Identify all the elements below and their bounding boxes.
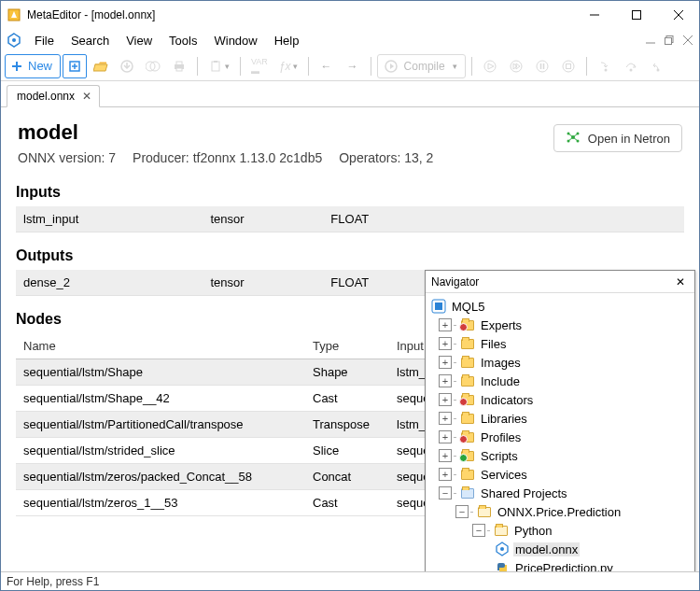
save-all-button[interactable] <box>141 54 165 78</box>
expand-icon[interactable]: + <box>439 374 452 387</box>
expand-icon[interactable]: + <box>439 337 452 350</box>
step-out-icon <box>650 59 665 74</box>
expand-icon[interactable]: + <box>439 430 452 443</box>
open-in-netron-button[interactable]: Open in Netron <box>553 124 682 152</box>
mql5-icon <box>431 299 446 314</box>
nav-back-button[interactable]: ← <box>315 54 339 78</box>
inputs-table: lstm_inputtensorFLOAT <box>16 206 684 232</box>
svg-rect-38 <box>566 63 570 68</box>
debug-start-button[interactable] <box>478 54 502 78</box>
tree-project[interactable]: − ONNX.Price.Prediction <box>427 502 693 521</box>
tree-folder[interactable]: +Scripts <box>427 446 693 465</box>
folder-icon <box>460 317 475 332</box>
expand-icon[interactable]: + <box>439 393 452 406</box>
step-out-button[interactable] <box>645 54 669 78</box>
menu-tools[interactable]: Tools <box>161 32 205 49</box>
tree-folder[interactable]: +Include <box>427 372 693 390</box>
mdi-close-icon[interactable] <box>679 32 696 49</box>
table-row[interactable]: lstm_inputtensorFLOAT <box>16 206 684 232</box>
compile-button[interactable]: Compile ▾ <box>377 54 466 78</box>
collapse-icon[interactable]: − <box>455 505 469 518</box>
tree-python-folder[interactable]: − Python <box>427 521 693 540</box>
step-over-icon <box>623 59 638 74</box>
chevron-down-icon: ▾ <box>293 62 298 71</box>
svg-line-49 <box>568 137 573 141</box>
save-button[interactable] <box>115 54 139 78</box>
svg-point-54 <box>500 547 504 551</box>
new-button[interactable]: New <box>5 54 61 78</box>
tree-folder[interactable]: +Profiles <box>427 428 693 446</box>
print-button[interactable] <box>167 54 191 78</box>
folder-icon <box>460 448 475 463</box>
open-button[interactable] <box>89 54 113 78</box>
navigator-titlebar[interactable]: Navigator ✕ <box>426 271 694 293</box>
navigator-close-icon[interactable]: ✕ <box>672 274 689 290</box>
folder-icon <box>460 355 475 370</box>
inputs-heading: Inputs <box>16 184 684 201</box>
new-project-button[interactable] <box>63 54 87 78</box>
tree-folder[interactable]: +Files <box>427 334 693 353</box>
maximize-button[interactable] <box>615 1 657 29</box>
collapse-icon[interactable]: − <box>472 524 485 537</box>
expand-icon[interactable]: + <box>439 356 452 369</box>
expand-icon[interactable]: + <box>439 318 452 331</box>
netron-icon <box>566 130 581 148</box>
navigator-panel[interactable]: Navigator ✕ MQL5 +Experts+Files+Images+I… <box>425 270 695 571</box>
section-inputs: Inputs lstm_inputtensorFLOAT <box>1 173 699 236</box>
menu-search[interactable]: Search <box>63 32 118 49</box>
tree-file[interactable]: PricePrediction.py <box>427 558 693 571</box>
tab-label: model.onnx <box>17 90 75 103</box>
mdi-minimize-icon[interactable] <box>642 32 659 49</box>
debug-realtime-button[interactable] <box>504 54 528 78</box>
menu-view[interactable]: View <box>118 32 161 49</box>
folder-icon <box>460 411 475 426</box>
tree-folder[interactable]: +Libraries <box>427 409 693 428</box>
svg-point-41 <box>656 68 659 71</box>
tree-folder[interactable]: +Indicators <box>427 390 693 409</box>
navigator-tree[interactable]: MQL5 +Experts+Files+Images+Include+Indic… <box>426 293 694 571</box>
step-into-button[interactable] <box>593 54 617 78</box>
tree-folder[interactable]: +Images <box>427 353 693 372</box>
nodes-col-name[interactable]: Name <box>16 333 305 359</box>
menu-help[interactable]: Help <box>266 32 308 49</box>
status-text: For Help, press F1 <box>7 575 99 588</box>
nodes-col-type[interactable]: Type <box>305 333 389 359</box>
nav-forward-button[interactable]: → <box>341 54 365 78</box>
svg-point-7 <box>12 38 16 42</box>
paste-button[interactable]: ▾ <box>203 54 234 78</box>
folder-icon <box>494 523 509 538</box>
debug-stop-button[interactable] <box>556 54 581 78</box>
minimize-button[interactable] <box>573 1 615 29</box>
tree-root[interactable]: MQL5 <box>427 297 693 316</box>
close-button[interactable] <box>657 1 699 29</box>
tree-folder[interactable]: +Experts <box>427 316 693 334</box>
mdi-restore-icon[interactable] <box>661 32 678 49</box>
play-circle-icon <box>384 59 399 74</box>
step-over-button[interactable] <box>619 54 643 78</box>
svg-marker-30 <box>488 63 494 69</box>
svg-rect-10 <box>665 38 672 45</box>
tree-shared-projects[interactable]: − Shared Projects <box>427 484 693 502</box>
expand-icon[interactable]: + <box>439 412 452 425</box>
menu-file[interactable]: File <box>26 32 63 49</box>
svg-point-34 <box>537 61 548 72</box>
tree-folder[interactable]: +Services <box>427 465 693 484</box>
tab-close-icon[interactable]: ✕ <box>80 90 93 103</box>
onnx-icon <box>495 542 510 556</box>
expand-icon[interactable]: + <box>439 468 452 481</box>
document-tabstrip: model.onnx ✕ <box>1 81 699 107</box>
open-netron-label: Open in Netron <box>588 132 670 146</box>
play-fast-icon <box>509 59 524 74</box>
collapse-icon[interactable]: − <box>439 486 452 500</box>
status-bar: For Help, press F1 <box>1 571 699 590</box>
document-tab[interactable]: model.onnx ✕ <box>7 85 100 107</box>
tree-file[interactable]: model.onnx <box>427 540 693 558</box>
menu-window[interactable]: Window <box>205 32 265 49</box>
expand-icon[interactable]: + <box>439 449 452 462</box>
svg-rect-24 <box>176 68 182 71</box>
doc-header: model ONNX version: 7 Producer: tf2onnx … <box>1 107 699 173</box>
variables-button[interactable]: VAR▬ <box>246 54 273 78</box>
function-button[interactable]: ƒx▾ <box>274 54 302 78</box>
svg-point-37 <box>563 61 574 72</box>
debug-pause-button[interactable] <box>530 54 554 78</box>
